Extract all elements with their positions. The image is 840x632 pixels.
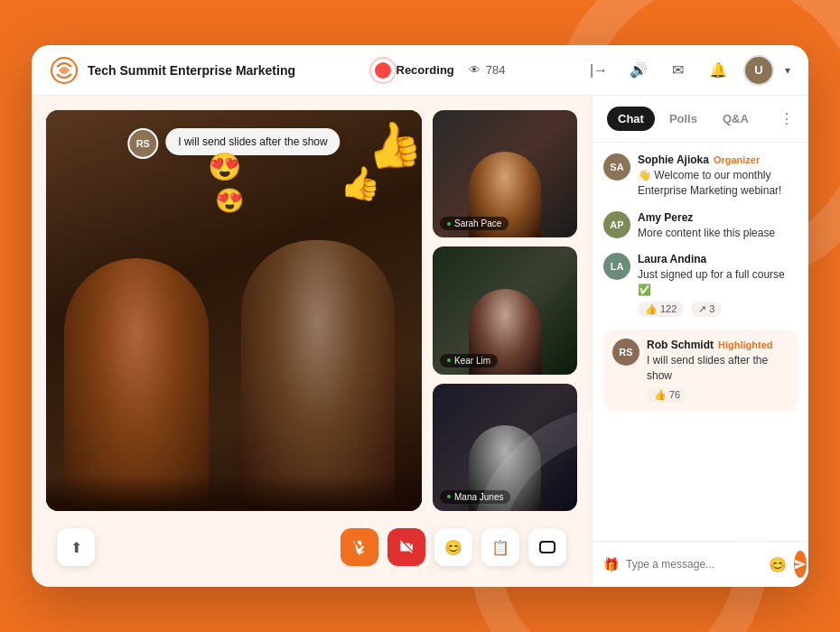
reaction-share[interactable]: ↗ 3 (691, 302, 722, 317)
laptop-hint (46, 475, 422, 511)
bottom-toolbar: ⬆ 😊 📋 (46, 522, 577, 572)
header: Tech Summit Enterprise Marketing Recordi… (32, 45, 808, 96)
chat-more-icon[interactable]: ⋮ (779, 110, 794, 127)
mic-muted-icon (351, 539, 368, 555)
chat-input-area: 🎁 😊 (593, 541, 808, 587)
user-avatar[interactable]: U (743, 55, 774, 86)
app-title: Tech Summit Enterprise Marketing (88, 63, 295, 78)
laura-reactions: 👍 122 ↗ 3 (638, 302, 798, 317)
mic-active-dot-2 (447, 358, 451, 362)
rob-reaction-like[interactable]: 👍 76 (647, 387, 687, 403)
upload-button[interactable]: ⬆ (57, 528, 95, 566)
fullscreen-icon (539, 541, 555, 553)
side-video-3: Mana Junes (433, 384, 577, 511)
chevron-down-icon[interactable]: ▾ (785, 64, 790, 77)
person-right-silhouette (241, 240, 395, 511)
side-videos: Sarah Pace Kear Lim (433, 110, 577, 511)
chat-message-input[interactable] (626, 558, 761, 571)
speaker-button[interactable]: 🔊 (624, 56, 653, 85)
amy-message-content: Amy Perez More content like this please (638, 211, 775, 241)
tab-polls[interactable]: Polls (658, 107, 708, 131)
laura-text: Just signed up for a full course ✅ (638, 267, 798, 298)
side-video-3-name: Mana Junes (440, 490, 510, 504)
thumbsup-emoji-medium: 👍 (339, 163, 382, 204)
chat-attach-icon: 🎁 (603, 557, 619, 572)
header-logo: Tech Summit Enterprise Marketing (50, 56, 295, 85)
side-video-1: Sarah Pace (433, 110, 577, 237)
laura-name: Laura Andina (638, 253, 798, 265)
emoji-picker-button[interactable]: 😊 (769, 556, 787, 573)
rob-avatar: RS (612, 339, 639, 366)
send-message-button[interactable] (794, 551, 807, 578)
laura-avatar: LA (603, 253, 630, 280)
sophie-message-content: Sophie Ajioka Organizer 👋 Welcome to our… (638, 153, 798, 199)
side-video-1-name: Sarah Pace (440, 217, 509, 230)
thumbsup-icon-rob: 👍 (654, 389, 667, 401)
side-video-2-name: Kear Lim (440, 354, 498, 367)
reaction-like[interactable]: 👍 122 (638, 302, 684, 317)
main-content: RS I will send slides after the show 👍 👍… (32, 96, 808, 587)
eye-icon: 👁 (469, 63, 481, 77)
tab-chat[interactable]: Chat (607, 107, 655, 131)
chat-header: Chat Polls Q&A ⋮ (593, 96, 808, 143)
rob-name: Rob Schmidt Highlighted (647, 339, 789, 351)
mail-button[interactable]: ✉ (664, 56, 693, 85)
rob-message-content: Rob Schmidt Highlighted I will send slid… (647, 339, 789, 403)
mic-active-dot (447, 222, 451, 226)
sophie-name: Sophie Ajioka Organizer (638, 153, 798, 166)
app-logo-icon (50, 56, 79, 85)
amy-avatar: AP (603, 211, 630, 238)
person-left-silhouette (64, 258, 209, 511)
sophie-text: 👋 Welcome to our monthly Enterprise Mark… (638, 168, 798, 199)
video-off-icon (398, 539, 415, 555)
rob-text: I will send slides after the show (647, 353, 789, 384)
chat-message-4-highlighted: RS Rob Schmidt Highlighted I will send s… (603, 330, 798, 412)
tab-qa[interactable]: Q&A (712, 107, 760, 131)
heart-emoji: 😍 (215, 187, 244, 215)
chat-bubble-text: I will send slides after the show (165, 128, 340, 155)
header-actions: |→ 🔊 ✉ 🔔 U ▾ (584, 55, 790, 86)
chat-messages: SA Sophie Ajioka Organizer 👋 Welcome to … (593, 143, 808, 541)
video-area: RS I will send slides after the show 👍 👍… (46, 110, 577, 511)
send-icon (794, 558, 807, 571)
expand-collapse-button[interactable]: |→ (584, 56, 613, 85)
share-icon: ↗ (698, 303, 706, 315)
sophie-avatar: SA (603, 153, 630, 181)
chat-panel: Chat Polls Q&A ⋮ SA Sophie Ajioka Organi… (592, 96, 808, 587)
fullscreen-button[interactable] (528, 528, 566, 566)
main-video: RS I will send slides after the show 👍 👍… (46, 110, 422, 511)
app-window: Tech Summit Enterprise Marketing Recordi… (32, 45, 808, 587)
chat-message-3: LA Laura Andina Just signed up for a ful… (603, 253, 798, 317)
left-panel: RS I will send slides after the show 👍 👍… (32, 96, 592, 587)
highlighted-badge: Highlighted (718, 339, 773, 350)
mute-mic-button[interactable] (341, 528, 378, 566)
laura-message-content: Laura Andina Just signed up for a full c… (638, 253, 798, 317)
amy-text: More content like this please (638, 226, 775, 241)
screen-share-button[interactable]: 📋 (481, 528, 519, 566)
rob-reactions: 👍 76 (647, 387, 789, 403)
amy-name: Amy Perez (638, 211, 775, 224)
header-center: Recording 👁 784 (375, 62, 506, 79)
stop-video-button[interactable] (387, 528, 425, 566)
recording-indicator (375, 62, 391, 79)
thumbsup-icon: 👍 (645, 303, 658, 315)
recording-badge: Recording (375, 62, 454, 79)
speaker-avatar: RS (127, 128, 158, 159)
organizer-badge: Organizer (714, 154, 760, 165)
chat-message-1: SA Sophie Ajioka Organizer 👋 Welcome to … (603, 153, 798, 199)
love-face-emoji: 😍 (208, 151, 241, 182)
chat-message-2: AP Amy Perez More content like this plea… (603, 211, 798, 241)
viewers-badge: 👁 784 (469, 63, 506, 77)
mic-active-dot-3 (447, 495, 451, 498)
emoji-reaction-button[interactable]: 😊 (434, 528, 472, 566)
side-video-2: Kear Lim (433, 246, 577, 374)
bell-button[interactable]: 🔔 (704, 56, 733, 85)
